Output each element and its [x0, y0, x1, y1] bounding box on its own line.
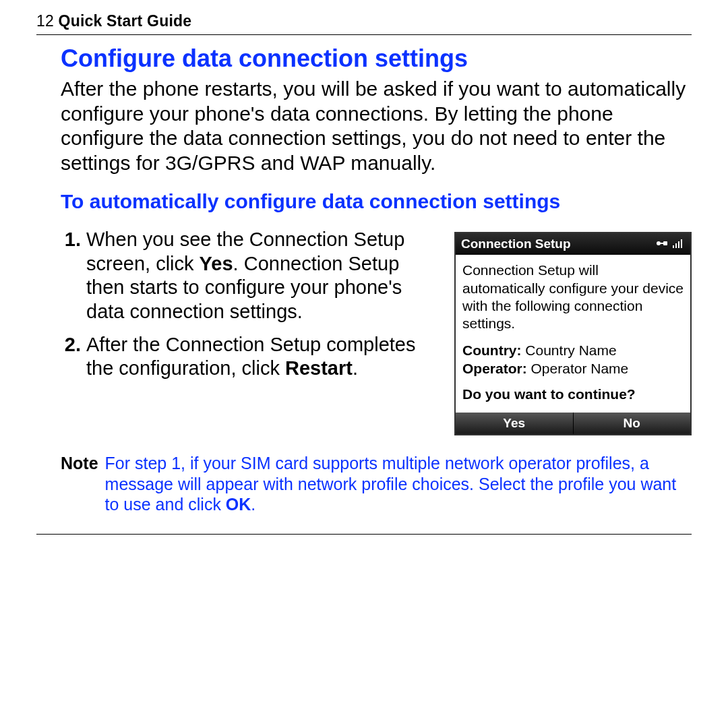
svg-rect-3	[675, 243, 677, 248]
section-heading: Configure data connection settings	[61, 44, 692, 73]
note-text-b: .	[251, 495, 255, 514]
steps-list: When you see the Connection Setup screen…	[61, 228, 437, 435]
phone-screenshot: Connection Setup Connection Setup will a…	[454, 232, 692, 435]
svg-rect-1	[663, 241, 667, 245]
step-2: After the Connection Setup completes the…	[86, 333, 437, 381]
step-2-text-a: After the Connection Setup completes the…	[86, 334, 415, 379]
phone-operator-row: Operator: Operator Name	[462, 360, 684, 377]
svg-point-0	[657, 241, 661, 245]
step-1: When you see the Connection Setup screen…	[86, 228, 437, 324]
note-body: For step 1, if your SIM card supports mu…	[105, 453, 692, 515]
phone-country-row: Country: Country Name	[462, 342, 684, 359]
section-subheading: To automatically configure data connecti…	[61, 190, 692, 213]
note-block: Note For step 1, if your SIM card suppor…	[61, 453, 692, 515]
page-content: 12 Quick Start Guide Configure data conn…	[0, 0, 728, 515]
note-label: Note	[61, 453, 98, 515]
step-1-bold: Yes	[200, 253, 233, 274]
svg-rect-2	[673, 245, 674, 248]
step-2-bold: Restart	[285, 357, 353, 379]
running-header: 12 Quick Start Guide	[36, 12, 692, 35]
phone-country-value: Country Name	[525, 342, 616, 358]
footer-rule	[36, 534, 692, 535]
phone-titlebar: Connection Setup	[456, 233, 690, 255]
note-text-a: For step 1, if your SIM card supports mu…	[105, 454, 677, 514]
phone-status-icons	[655, 237, 685, 251]
phone-title: Connection Setup	[461, 237, 571, 251]
softkey-no[interactable]: No	[574, 413, 691, 434]
phone-confirm-question: Do you want to continue?	[462, 386, 684, 403]
page-number: 12	[36, 12, 54, 30]
phone-description: Connection Setup will automatically conf…	[462, 262, 684, 332]
svg-rect-5	[681, 239, 682, 248]
signal-icon	[673, 237, 685, 251]
section-intro: After the phone restarts, you will be as…	[61, 77, 692, 175]
softkey-yes[interactable]: Yes	[456, 413, 574, 434]
step-2-text-b: .	[353, 357, 358, 379]
phone-body: Connection Setup will automatically conf…	[456, 255, 690, 413]
phone-country-label: Country:	[462, 342, 522, 358]
phone-operator-value: Operator Name	[531, 361, 629, 376]
phone-softkeys: Yes No	[456, 413, 690, 434]
connection-icon	[655, 237, 669, 251]
svg-rect-4	[678, 241, 679, 248]
note-bold: OK	[226, 495, 251, 514]
guide-title: Quick Start Guide	[59, 12, 192, 30]
phone-operator-label: Operator:	[462, 361, 527, 376]
